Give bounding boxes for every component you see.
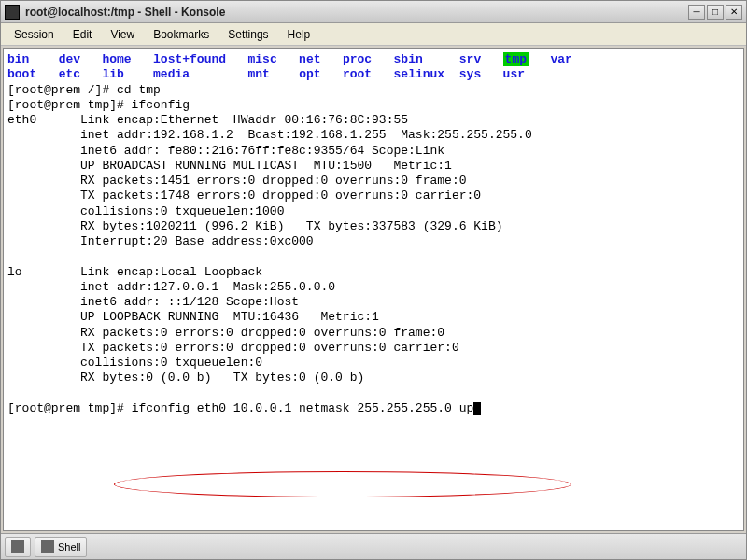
shell-prompt: [root@prem tmp]# — [7, 401, 132, 415]
tab-bar: Shell — [1, 533, 746, 559]
directory-entry: var — [550, 52, 571, 66]
directory-entry: net — [299, 52, 320, 66]
shell-tab-label: Shell — [58, 541, 80, 553]
menu-view[interactable]: View — [101, 25, 144, 44]
window-title: root@localhost:/tmp - Shell - Konsole — [25, 6, 688, 19]
window-icon — [5, 5, 20, 20]
new-tab-button[interactable] — [5, 537, 31, 557]
terminal-output-line: collisions:0 txqueuelen:0 — [7, 356, 740, 371]
directory-entry: tmp — [503, 52, 529, 66]
menu-help[interactable]: Help — [278, 25, 320, 44]
window-controls: ─ □ ✕ — [688, 5, 742, 20]
terminal-output-line: TX packets:1748 errors:0 dropped:0 overr… — [7, 189, 740, 203]
maximize-button[interactable]: □ — [707, 5, 724, 20]
directory-entry: opt — [299, 67, 320, 81]
shell-command-input[interactable]: ifconfig eth0 10.0.0.1 netmask 255.255.2… — [132, 401, 474, 415]
menubar: Session Edit View Bookmarks Settings Hel… — [1, 23, 746, 46]
terminal-output-line — [7, 249, 740, 264]
directory-entry: root — [343, 67, 372, 81]
titlebar[interactable]: root@localhost:/tmp - Shell - Konsole ─ … — [1, 1, 746, 23]
menu-edit[interactable]: Edit — [63, 25, 102, 44]
terminal-output-line: RX packets:0 errors:0 dropped:0 overruns… — [7, 326, 740, 341]
directory-entry: misc — [247, 52, 276, 66]
directory-entry: home — [102, 52, 131, 66]
directory-entry: sbin — [394, 52, 423, 66]
menu-bookmarks[interactable]: Bookmarks — [144, 25, 218, 44]
terminal-current-line[interactable]: [root@prem tmp]# ifconfig eth0 10.0.0.1 … — [7, 401, 740, 416]
terminal-output-line: inet addr:192.168.1.2 Bcast:192.168.1.25… — [7, 128, 740, 143]
terminal-output-line — [7, 386, 740, 401]
terminal-area[interactable]: bin dev home lost+found misc net proc sb… — [3, 48, 744, 531]
shell-tab-icon — [41, 540, 54, 553]
text-cursor — [473, 402, 481, 415]
directory-entry: boot — [7, 67, 36, 81]
menu-settings[interactable]: Settings — [218, 25, 277, 44]
tab-shell[interactable]: Shell — [35, 537, 87, 557]
terminal-output-line: TX packets:0 errors:0 dropped:0 overruns… — [7, 341, 740, 356]
directory-entry: selinux — [394, 67, 445, 81]
konsole-window: root@localhost:/tmp - Shell - Konsole ─ … — [0, 0, 747, 560]
directory-entry: etc — [59, 67, 80, 81]
directory-listing-row: boot etc lib media mnt opt root selinux … — [7, 67, 740, 82]
terminal-output-line: UP LOOPBACK RUNNING MTU:16436 Metric:1 — [7, 310, 740, 325]
directory-entry: usr — [503, 67, 525, 81]
directory-entry: lost+found — [153, 52, 226, 66]
directory-listing-row: bin dev home lost+found misc net proc sb… — [7, 52, 740, 67]
terminal-output-line: UP BROADCAST RUNNING MULTICAST MTU:1500 … — [7, 159, 740, 174]
terminal-output-line: Interrupt:20 Base address:0xc000 — [7, 234, 740, 249]
terminal-output-line: RX packets:1451 errors:0 dropped:0 overr… — [7, 174, 740, 189]
terminal-output-line: inet6 addr: ::1/128 Scope:Host — [7, 295, 740, 310]
terminal-output-line: [root@prem tmp]# ifconfig — [7, 98, 740, 113]
terminal-output-line: inet6 addr: fe80::216:76ff:fe8c:9355/64 … — [7, 144, 740, 159]
directory-entry: bin — [7, 52, 29, 66]
minimize-button[interactable]: ─ — [688, 5, 705, 20]
directory-entry: lib — [102, 67, 123, 81]
directory-entry: dev — [59, 52, 80, 66]
terminal-output-line: collisions:0 txqueuelen:1000 — [7, 204, 740, 219]
close-button[interactable]: ✕ — [726, 5, 742, 20]
directory-entry: srv — [459, 52, 481, 66]
directory-entry: media — [153, 67, 190, 81]
terminal-output-line: RX bytes:1020211 (996.2 KiB) TX bytes:33… — [7, 219, 740, 234]
directory-entry: sys — [459, 67, 481, 81]
terminal-output-line: eth0 Link encap:Ethernet HWaddr 00:16:76… — [7, 113, 740, 128]
terminal-output-line: [root@prem /]# cd tmp — [7, 83, 740, 98]
directory-entry: mnt — [248, 67, 270, 81]
terminal-output-line: RX bytes:0 (0.0 b) TX bytes:0 (0.0 b) — [7, 371, 740, 385]
directory-entry: proc — [343, 52, 372, 66]
new-tab-icon — [11, 540, 24, 553]
menu-session[interactable]: Session — [5, 25, 63, 44]
annotation-oval — [114, 471, 571, 497]
terminal-output-line: lo Link encap:Local Loopback — [7, 265, 740, 280]
terminal-output-line: inet addr:127.0.0.1 Mask:255.0.0.0 — [7, 280, 740, 295]
